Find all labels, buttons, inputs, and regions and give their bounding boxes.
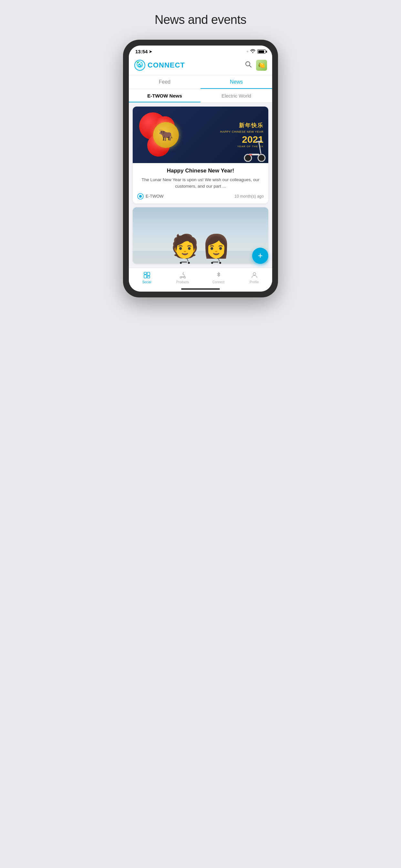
tab-feed[interactable]: Feed <box>129 75 201 89</box>
person-girl: 👩 <box>202 235 230 257</box>
search-button[interactable] <box>244 60 252 70</box>
paris-people: 🧑 👩 <box>133 235 268 264</box>
svg-line-15 <box>186 258 189 259</box>
phone-screen: 13:54 ➤ <box>129 45 272 291</box>
nav-social[interactable]: Social <box>129 271 165 284</box>
page-wrapper: News and events 13:54 ➤ <box>100 0 301 317</box>
svg-rect-8 <box>249 154 252 155</box>
gold-ox: 🐂 <box>153 122 179 148</box>
svg-point-4 <box>258 154 265 161</box>
news-time: 10 month(s) ago <box>235 194 264 198</box>
page-title: News and events <box>107 13 295 27</box>
fab-add-button[interactable]: + <box>252 248 268 264</box>
sub-tabs: E-TWOW News Electric World <box>129 89 272 103</box>
source-logo <box>137 193 144 199</box>
cny-banner: 🐂 新年快乐 Happy Chinese New Year 2021 Year … <box>133 106 268 163</box>
news-source: E-TWOW <box>137 193 164 199</box>
svg-line-6 <box>258 141 261 154</box>
products-icon <box>179 271 187 279</box>
status-icons <box>247 49 266 54</box>
tab-etwow-news[interactable]: E-TWOW News <box>129 89 201 102</box>
nav-products-label: Products <box>176 280 189 284</box>
svg-rect-23 <box>147 272 150 275</box>
content-area: 🐂 新年快乐 Happy Chinese New Year 2021 Year … <box>129 103 272 268</box>
svg-line-7 <box>256 141 262 142</box>
header-actions: 🍋 <box>244 60 267 71</box>
nav-social-label: Social <box>143 280 151 284</box>
scooter-icon <box>243 133 266 163</box>
app-header: CONNECT 🍋 <box>129 56 272 75</box>
news-card-cny: 🐂 新年快乐 Happy Chinese New Year 2021 Year … <box>133 106 268 204</box>
news-meta-cny: E-TWOW 10 month(s) ago <box>137 193 264 199</box>
nav-profile-label: Profile <box>250 280 258 284</box>
svg-point-12 <box>188 262 190 264</box>
home-bar <box>181 288 220 290</box>
bluetooth-icon <box>215 271 222 279</box>
news-title-cny: Happy Chinese New Year! <box>137 167 264 174</box>
bottom-nav: Social Products <box>129 268 272 289</box>
logo-text: CONNECT <box>148 61 185 69</box>
logo-icon <box>134 59 146 71</box>
person-2: 👩 <box>202 235 230 264</box>
tab-news[interactable]: News <box>201 75 272 89</box>
battery-icon <box>257 50 266 54</box>
scooter-2 <box>211 257 222 264</box>
svg-point-17 <box>219 262 221 264</box>
svg-point-32 <box>253 273 256 275</box>
home-indicator <box>129 289 272 291</box>
phone-frame: 13:54 ➤ <box>123 40 278 298</box>
dot-indicator <box>247 51 248 52</box>
wifi-icon <box>250 49 255 54</box>
status-bar: 13:54 ➤ <box>129 45 272 56</box>
tab-electric-world[interactable]: Electric World <box>201 89 272 102</box>
svg-rect-18 <box>212 261 218 262</box>
status-time: 13:54 ➤ <box>135 49 152 54</box>
navigation-icon: ➤ <box>149 50 152 54</box>
nav-connect-label: Connect <box>212 280 224 284</box>
svg-line-14 <box>187 258 188 261</box>
svg-rect-22 <box>144 275 147 278</box>
news-excerpt-cny: The Lunar New Year is upon us! We wish o… <box>137 177 264 190</box>
paris-banner: 🧑 👩 <box>133 207 268 264</box>
news-body-cny: Happy Chinese New Year! The Lunar New Ye… <box>133 163 268 204</box>
avatar-image: 🍋 <box>258 62 265 69</box>
cny-chinese-text: 新年快乐 <box>201 122 264 129</box>
profile-icon <box>251 271 258 279</box>
person-guy: 🧑 <box>171 235 199 257</box>
svg-point-3 <box>244 154 251 161</box>
app-logo: CONNECT <box>134 59 185 71</box>
social-icon <box>143 271 151 279</box>
scooter-1 <box>179 257 190 264</box>
svg-rect-13 <box>181 261 187 262</box>
svg-point-26 <box>184 276 185 278</box>
svg-rect-24 <box>147 276 150 278</box>
person-1: 🧑 <box>171 235 199 264</box>
news-card-paris: 🧑 👩 <box>133 207 268 264</box>
svg-rect-21 <box>144 272 147 274</box>
main-tabs: Feed News <box>129 75 272 89</box>
svg-line-19 <box>218 258 220 261</box>
cny-left: 🐂 <box>137 110 194 160</box>
svg-point-10 <box>139 195 142 197</box>
avatar[interactable]: 🍋 <box>256 60 267 71</box>
nav-profile[interactable]: Profile <box>236 271 272 284</box>
nav-connect[interactable]: Connect <box>201 271 236 284</box>
svg-line-28 <box>184 274 185 277</box>
nav-products[interactable]: Products <box>165 271 201 284</box>
svg-line-20 <box>217 258 220 259</box>
